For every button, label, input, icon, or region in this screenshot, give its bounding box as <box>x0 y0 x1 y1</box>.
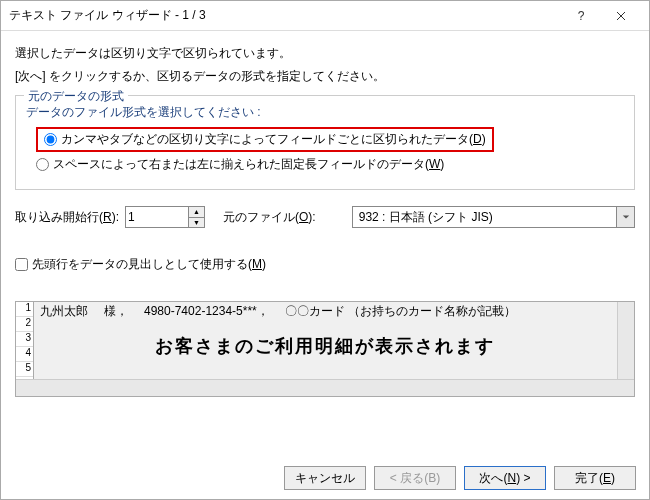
cancel-button[interactable]: キャンセル <box>284 466 366 490</box>
radio-delimited[interactable] <box>44 133 57 146</box>
row-num: 2 <box>16 317 33 332</box>
start-row-spinner[interactable]: ▲ ▼ <box>125 206 205 228</box>
spinner-down[interactable]: ▼ <box>188 218 204 228</box>
back-button: < 戻る(B) <box>374 466 456 490</box>
start-row-input[interactable] <box>128 210 184 224</box>
data-format-fieldset: 元のデータの形式 データのファイル形式を選択してください : カンマやタブなどの… <box>15 95 635 190</box>
origin-combo[interactable]: 932 : 日本語 (シフト JIS) <box>352 206 635 228</box>
close-button[interactable] <box>601 2 641 30</box>
header-row: 先頭行をデータの見出しとして使用する(M) <box>15 256 635 273</box>
fieldset-legend: 元のデータの形式 <box>24 88 128 105</box>
start-origin-row: 取り込み開始行(R): ▲ ▼ 元のファイル(O): 932 : 日本語 (シフ… <box>15 206 635 228</box>
window-title: テキスト ファイル ウィザード - 1 / 3 <box>9 7 561 24</box>
radio-fixed-label[interactable]: スペースによって右または左に揃えられた固定長フィールドのデータ(W) <box>53 156 444 173</box>
close-icon <box>616 11 626 21</box>
header-label[interactable]: 先頭行をデータの見出しとして使用する(M) <box>32 256 266 273</box>
origin-dropdown-button[interactable] <box>616 207 634 227</box>
radio-delimited-row: カンマやタブなどの区切り文字によってフィールドごとに区切られたデータ(D) <box>36 127 624 152</box>
button-bar: キャンセル < 戻る(B) 次へ(N) > 完了(E) <box>284 466 636 490</box>
finish-button[interactable]: 完了(E) <box>554 466 636 490</box>
data-preview: 1 2 3 4 5 九州太郎様，4980-7402-1234-5***，〇〇カー… <box>15 301 635 397</box>
origin-value: 932 : 日本語 (シフト JIS) <box>353 209 616 226</box>
preview-scrollbar-h[interactable] <box>16 379 634 396</box>
spinner-up[interactable]: ▲ <box>188 207 204 218</box>
radio-delimited-label[interactable]: カンマやタブなどの区切り文字によってフィールドごとに区切られたデータ(D) <box>61 131 486 148</box>
row-num: 5 <box>16 362 33 377</box>
intro-text-2: [次へ] をクリックするか、区切るデータの形式を指定してください。 <box>15 68 635 85</box>
preview-scrollbar-v[interactable] <box>617 302 634 379</box>
preview-overlay-text: お客さまのご利用明細が表示されます <box>16 334 634 358</box>
next-button[interactable]: 次へ(N) > <box>464 466 546 490</box>
radio-fixed-row: スペースによって右または左に揃えられた固定長フィールドのデータ(W) <box>36 156 624 173</box>
spinner-arrows: ▲ ▼ <box>188 207 204 227</box>
file-type-prompt: データのファイル形式を選択してください : <box>26 104 624 121</box>
origin-label: 元のファイル(O): <box>223 209 316 226</box>
dialog-content: 選択したデータは区切り文字で区切られています。 [次へ] をクリックするか、区切… <box>1 31 649 397</box>
row-num: 1 <box>16 302 33 317</box>
highlight-box: カンマやタブなどの区切り文字によってフィールドごとに区切られたデータ(D) <box>36 127 494 152</box>
chevron-down-icon <box>622 213 630 221</box>
header-checkbox[interactable] <box>15 258 28 271</box>
preview-line-1: 九州太郎様，4980-7402-1234-5***，〇〇カード （お持ちのカード… <box>40 303 532 320</box>
radio-fixed[interactable] <box>36 158 49 171</box>
start-row-label: 取り込み開始行(R): <box>15 209 119 226</box>
titlebar: テキスト ファイル ウィザード - 1 / 3 ? <box>1 1 649 31</box>
help-button[interactable]: ? <box>561 2 601 30</box>
intro-text-1: 選択したデータは区切り文字で区切られています。 <box>15 45 635 62</box>
